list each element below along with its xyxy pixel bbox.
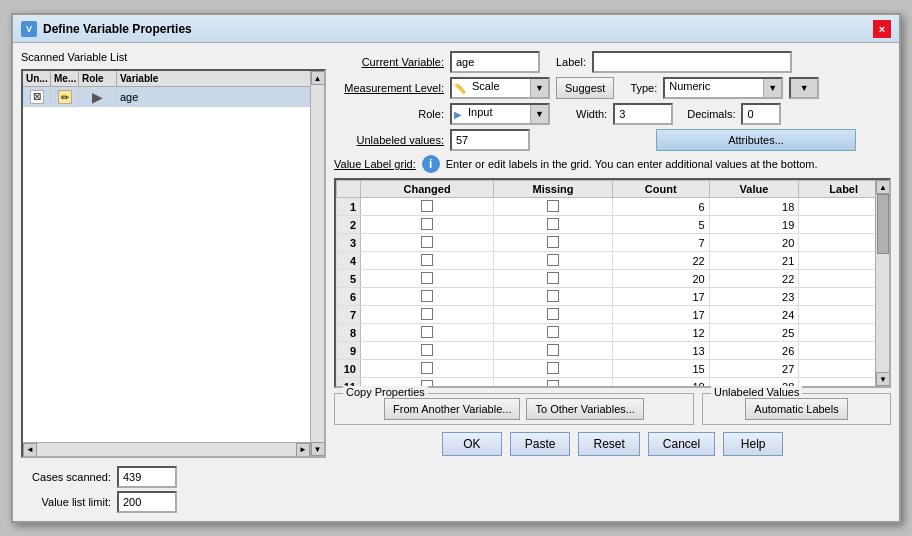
grid-scroll-up[interactable]: ▲	[876, 180, 890, 194]
help-button[interactable]: Help	[723, 432, 783, 456]
measurement-combo[interactable]: 📏 Scale ▼	[450, 77, 550, 99]
cancel-button[interactable]: Cancel	[648, 432, 715, 456]
current-variable-input[interactable]	[450, 51, 540, 73]
label-input[interactable]	[592, 51, 792, 73]
missing-cell[interactable]	[494, 234, 613, 252]
value-cell: 20	[709, 234, 799, 252]
grid-row[interactable]: 7 17 24	[337, 306, 889, 324]
un-icon: ☒	[30, 90, 44, 104]
col-num	[337, 181, 361, 198]
missing-cell[interactable]	[494, 288, 613, 306]
unlabeled-values-input[interactable]	[450, 129, 530, 151]
scrollbar-down[interactable]: ▼	[311, 442, 325, 456]
changed-cell[interactable]	[361, 324, 494, 342]
decimals-input[interactable]	[741, 103, 781, 125]
changed-cell[interactable]	[361, 198, 494, 216]
list-item[interactable]: ☒ ✏ ▶ age	[23, 87, 324, 107]
grid-row[interactable]: 8 12 25	[337, 324, 889, 342]
type-extra-combo[interactable]: ▼	[789, 77, 819, 99]
changed-cell[interactable]	[361, 216, 494, 234]
bottom-fields: Cases scanned: Value list limit:	[21, 466, 326, 513]
missing-checkbox	[547, 308, 559, 320]
hscroll-bar[interactable]: ◄ ►	[23, 442, 310, 456]
value-cell: 22	[709, 270, 799, 288]
right-panel: Current Variable: Label: Measurement Lev…	[334, 51, 891, 513]
col-changed: Changed	[361, 181, 494, 198]
close-button[interactable]: ×	[873, 20, 891, 38]
role-combo[interactable]: ▶ Input ▼	[450, 103, 550, 125]
grid-row[interactable]: 2 5 19	[337, 216, 889, 234]
role-arrow[interactable]: ▼	[530, 105, 548, 123]
attributes-button[interactable]: Attributes...	[656, 129, 856, 151]
cases-input[interactable]	[117, 466, 177, 488]
grid-row[interactable]: 10 15 27	[337, 360, 889, 378]
changed-cell[interactable]	[361, 342, 494, 360]
un-cell: ☒	[23, 87, 51, 107]
value-label-grid-label: Value Label grid:	[334, 158, 416, 170]
col-missing: Missing	[494, 181, 613, 198]
grid-scroll-down[interactable]: ▼	[876, 372, 890, 386]
changed-cell[interactable]	[361, 270, 494, 288]
value-limit-input[interactable]	[117, 491, 177, 513]
width-input[interactable]	[613, 103, 673, 125]
missing-cell[interactable]	[494, 378, 613, 389]
missing-cell[interactable]	[494, 252, 613, 270]
changed-checkbox	[421, 218, 433, 230]
missing-cell[interactable]	[494, 342, 613, 360]
missing-cell[interactable]	[494, 324, 613, 342]
hscroll-left[interactable]: ◄	[23, 443, 37, 457]
scanned-list-box[interactable]: Un... Me... Role Variable ☒ ✏ ▶ age	[21, 69, 326, 458]
suggest-button[interactable]: Suggest	[556, 77, 614, 99]
grid-row[interactable]: 6 17 23	[337, 288, 889, 306]
grid-row[interactable]: 4 22 21	[337, 252, 889, 270]
changed-checkbox	[421, 308, 433, 320]
grid-row[interactable]: 9 13 26	[337, 342, 889, 360]
missing-cell[interactable]	[494, 360, 613, 378]
changed-cell[interactable]	[361, 234, 494, 252]
scrollbar-up[interactable]: ▲	[311, 71, 325, 85]
grid-row[interactable]: 1 6 18	[337, 198, 889, 216]
hscroll-right[interactable]: ►	[296, 443, 310, 457]
paste-button[interactable]: Paste	[510, 432, 571, 456]
count-cell: 5	[612, 216, 709, 234]
missing-cell[interactable]	[494, 198, 613, 216]
dialog-window: V Define Variable Properties × Scanned V…	[11, 13, 901, 523]
type-combo[interactable]: Numeric ▼	[663, 77, 783, 99]
changed-checkbox	[421, 290, 433, 302]
grid-row[interactable]: 5 20 22	[337, 270, 889, 288]
grid-scroll-thumb[interactable]	[877, 194, 889, 254]
row-num: 9	[337, 342, 361, 360]
count-cell: 12	[612, 324, 709, 342]
changed-cell[interactable]	[361, 252, 494, 270]
missing-cell[interactable]	[494, 270, 613, 288]
from-another-button[interactable]: From Another Variable...	[384, 398, 520, 420]
changed-cell[interactable]	[361, 306, 494, 324]
titlebar-left: V Define Variable Properties	[21, 21, 192, 37]
count-cell: 13	[612, 342, 709, 360]
missing-cell[interactable]	[494, 306, 613, 324]
grid-row[interactable]: 3 7 20	[337, 234, 889, 252]
type-value: Numeric	[665, 79, 763, 97]
grid-scrollbar[interactable]: ▲ ▼	[875, 180, 889, 386]
ok-button[interactable]: OK	[442, 432, 502, 456]
value-limit-row: Value list limit:	[21, 491, 326, 513]
to-other-button[interactable]: To Other Variables...	[526, 398, 643, 420]
changed-cell[interactable]	[361, 288, 494, 306]
missing-cell[interactable]	[494, 216, 613, 234]
automatic-labels-button[interactable]: Automatic Labels	[745, 398, 847, 420]
value-cell: 26	[709, 342, 799, 360]
changed-cell[interactable]	[361, 360, 494, 378]
measurement-value: Scale	[468, 79, 530, 97]
form-rows: Current Variable: Label: Measurement Lev…	[334, 51, 891, 173]
missing-checkbox	[547, 326, 559, 338]
missing-checkbox	[547, 200, 559, 212]
type-arrow[interactable]: ▼	[763, 79, 781, 97]
type-label: Type:	[630, 82, 657, 94]
value-label-grid[interactable]: Changed Missing Count Value Label 1 6 18…	[334, 178, 891, 388]
reset-button[interactable]: Reset	[578, 432, 639, 456]
list-scrollbar[interactable]: ▲ ▼	[310, 71, 324, 456]
type-extra-arrow[interactable]: ▼	[791, 79, 817, 97]
measurement-label: Measurement Level:	[334, 82, 444, 94]
measurement-arrow[interactable]: ▼	[530, 79, 548, 97]
current-variable-label: Current Variable:	[334, 56, 444, 68]
